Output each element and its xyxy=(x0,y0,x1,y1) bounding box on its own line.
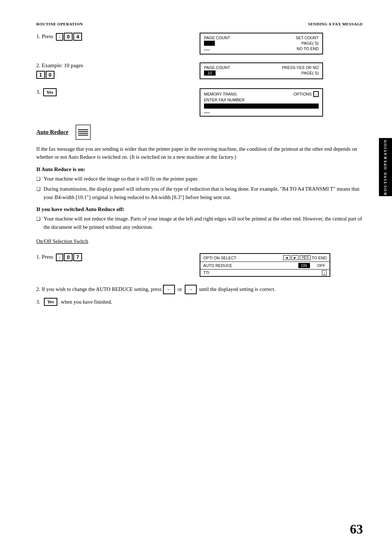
onoff-section: On/Off Selection Switch 1. Press ↓ 0 7 O… xyxy=(36,238,363,306)
option-arrows: ◄ ► YES TO END xyxy=(283,255,327,260)
panel2-page-count: PAGE COUNT xyxy=(204,65,230,70)
key-0-onoff: 0 xyxy=(64,253,73,261)
key-1: 1 xyxy=(36,71,45,79)
bullet-sq-3: ❑ xyxy=(36,215,41,231)
step-2-label: 2. Example: 10 pages xyxy=(36,62,189,69)
panel2-pages: PAGE( S) xyxy=(302,71,319,75)
right-arrow-box: → xyxy=(185,285,197,294)
onoff-step-1-keys: ↓ 0 7 xyxy=(56,253,82,261)
page-number: 63 xyxy=(350,522,363,537)
panel2-press-yes: PRESS YES OR NO xyxy=(282,65,319,70)
onoff-step-1-label: 1. Press ↓ 0 7 xyxy=(36,253,189,261)
display-panel-2: PAGE COUNT PRESS YES OR NO 10 PAGE( S) xyxy=(200,62,323,79)
yes-key-small: YES xyxy=(300,255,311,260)
option-select-label: OPTI ON SELECT xyxy=(203,256,236,260)
fax-icon-lines xyxy=(78,129,88,135)
step-1-row: 1. Press ↓ 0 4 PAGE COUNT SET COUNT PAGE… xyxy=(36,33,363,54)
if-on-bullet-2: ❑ During transmission, the display panel… xyxy=(36,185,363,201)
panel3-enter-fax: ENTER FAX NUMBER xyxy=(204,98,245,102)
panel3-row1: MEMORY TRANS. OPTIONS ↓ xyxy=(204,91,319,97)
if-on-bullet-1-text: Your machine will reduce the image so th… xyxy=(44,175,199,183)
panel1-row1: PAGE COUNT SET COUNT xyxy=(204,36,319,40)
key-4: 4 xyxy=(73,33,82,41)
option-panel-auto-reduce-row: AUTO REDUCE ON OFF xyxy=(200,262,330,269)
option-panel-tti-row: TTI ↓ xyxy=(200,269,330,276)
step-2-keys: 1 0 xyxy=(36,71,189,79)
step-3-label: 3. Yes xyxy=(36,88,189,96)
key-0-1: 0 xyxy=(64,33,73,41)
if-off-bullet-1-text: Your machine will not reduce the image. … xyxy=(44,215,363,231)
onoff-title: On/Off Selection Switch xyxy=(36,238,88,244)
onoff-step-2: 2. If you wish to change the AUTO REDUCE… xyxy=(36,285,363,294)
panel2-row2: 10 PAGE( S) xyxy=(204,70,319,76)
panel1-pages: PAGE( S) xyxy=(302,41,319,45)
step-3-panel: MEMORY TRANS. OPTIONS ↓ ENTER FAX NUMBER xyxy=(200,88,363,117)
onoff-step-1-row: 1. Press ↓ 0 7 OPTI ON SELECT ◄ ► xyxy=(36,253,363,277)
display-panel-3: MEMORY TRANS. OPTIONS ↓ ENTER FAX NUMBER xyxy=(200,88,323,117)
if-on-bullet-2-text: During transmission, the display panel w… xyxy=(44,185,363,201)
option-panel-header: OPTI ON SELECT ◄ ► YES TO END xyxy=(200,254,330,262)
on-label: ON xyxy=(298,263,310,268)
step3-number: 3. xyxy=(36,299,40,305)
panel2-row1: PAGE COUNT PRESS YES OR NO xyxy=(204,65,319,70)
bullet-sq-1: ❑ xyxy=(36,175,41,183)
panel3-memory-trans: MEMORY TRANS. xyxy=(204,92,237,96)
step-2-left: 2. Example: 10 pages 1 0 xyxy=(36,62,189,80)
on-off-group: ON OFF xyxy=(298,263,327,268)
auto-reduce-body: If the fax message that you are sending … xyxy=(36,145,363,161)
panel1-dark-box xyxy=(204,41,215,46)
key-yes-1: Yes xyxy=(43,88,57,96)
step-2-panel: PAGE COUNT PRESS YES OR NO 10 PAGE( S) xyxy=(200,62,363,79)
panel3-row2: ENTER FAX NUMBER xyxy=(204,98,319,102)
auto-reduce-section: Auto Reduce If the fax message that you … xyxy=(36,125,363,231)
onoff-step-1-left: 1. Press ↓ 0 7 xyxy=(36,253,189,263)
key-arrow-down-1: ↓ xyxy=(56,33,63,41)
panel3-row3 xyxy=(204,104,319,109)
onoff-step-2-text: 2. If you wish to change the AUTO REDUCE… xyxy=(36,285,363,294)
option-panel: OPTI ON SELECT ◄ ► YES TO END AUTO REDUC… xyxy=(200,253,330,277)
if-on-title: If Auto Reduce is on: xyxy=(36,166,363,173)
step-1-left: 1. Press ↓ 0 4 xyxy=(36,33,189,43)
header-left: ROUTINE OPERATION xyxy=(36,22,83,26)
step-1-label: 1. Press ↓ 0 4 xyxy=(36,33,189,41)
if-off-bullet-1: ❑ Your machine will not reduce the image… xyxy=(36,215,363,231)
panel1-no-to-end: NO TO END xyxy=(297,46,319,51)
key-arrow-down-onoff: ↓ xyxy=(56,254,63,261)
step-1-keys: ↓ 0 4 xyxy=(56,33,82,41)
fax-line-4 xyxy=(78,135,88,135)
onoff-step-3: 3. Yes when you have finished. xyxy=(36,298,363,306)
fax-line-3 xyxy=(78,133,88,134)
key-yes-2: Yes xyxy=(44,298,57,306)
fax-line-1 xyxy=(78,129,88,130)
arrow-down-tti: ↓ xyxy=(322,270,327,275)
off-label: OFF xyxy=(316,263,327,268)
panel1-set-count: SET COUNT xyxy=(296,36,319,40)
step-3-row: 3. Yes MEMORY TRANS. OPTIONS ↓ ENTER FAX… xyxy=(36,88,363,117)
auto-reduce-header: Auto Reduce xyxy=(36,125,363,140)
panel1-row3: NO TO END xyxy=(204,46,319,51)
auto-reduce-label: AUTO REDUCE xyxy=(203,263,232,268)
if-on-bullet-1: ❑ Your machine will reduce the image so … xyxy=(36,175,363,183)
auto-reduce-title: Auto Reduce xyxy=(36,129,68,135)
onoff-step-1-panel: OPTI ON SELECT ◄ ► YES TO END AUTO REDUC… xyxy=(200,253,363,277)
panel1-row2: PAGE( S) xyxy=(204,41,319,46)
panel3-underline-row xyxy=(204,109,319,114)
panel1-page-count: PAGE COUNT xyxy=(204,36,230,40)
left-arrow-box: ← xyxy=(163,285,175,294)
display-panel-1: PAGE COUNT SET COUNT PAGE( S) NO TO END xyxy=(200,33,323,54)
bullet-sq-2: ❑ xyxy=(36,186,41,201)
panel1-underline xyxy=(204,50,210,50)
panel3-underline xyxy=(204,113,210,113)
step3-finished-text: when you have finished. xyxy=(61,299,113,305)
step-2-row: 2. Example: 10 pages 1 0 PAGE COUNT PRES… xyxy=(36,62,363,80)
panel2-10: 10 xyxy=(204,70,216,76)
fax-machine-icon xyxy=(75,125,91,140)
step-1-panel: PAGE COUNT SET COUNT PAGE( S) NO TO END xyxy=(200,33,363,54)
header-right: SENDING A FAX MESSAGE xyxy=(308,22,363,26)
if-off-title: If you have switched Auto Reduce off: xyxy=(36,206,363,212)
arrow-left-key: ◄ xyxy=(283,255,290,260)
step-3-left: 3. Yes xyxy=(36,88,189,98)
arrow-right-key: ► xyxy=(291,255,299,260)
page-header: ROUTINE OPERATION SENDING A FAX MESSAGE xyxy=(36,22,363,26)
panel3-dark-bar xyxy=(204,104,319,109)
